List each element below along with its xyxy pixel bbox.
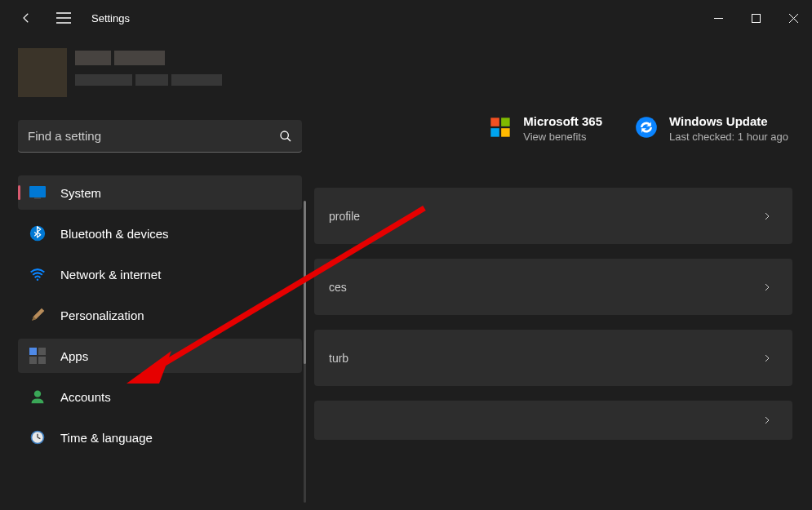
sidebar-item-label: Network & internet [60,268,161,282]
card-title: Windows Update [669,114,788,128]
svg-point-12 [37,278,39,281]
close-button[interactable] [774,0,812,36]
wifi-icon [29,266,46,282]
svg-line-8 [287,138,291,141]
user-name [75,51,165,65]
setting-row-label: turb [329,352,762,365]
svg-rect-10 [34,197,41,199]
search-input[interactable] [28,129,279,143]
sidebar-item-label: System [60,186,101,200]
svg-rect-15 [29,357,37,364]
svg-rect-25 [501,128,510,137]
minimize-button[interactable] [699,0,737,36]
user-avatar [18,48,67,97]
minimize-icon [714,14,723,23]
bluetooth-icon [29,225,46,242]
maximize-button[interactable] [737,0,774,36]
svg-rect-24 [491,128,500,137]
setting-row-label: ces [329,281,762,294]
card-text: Microsoft 365 View benefits [523,114,602,143]
close-icon [789,14,798,23]
setting-row[interactable]: turb [314,330,792,386]
system-icon [29,184,46,201]
sidebar-item-label: Bluetooth & devices [60,227,169,241]
clock-icon [29,429,46,446]
svg-point-17 [34,391,41,397]
card-subtitle: Last checked: 1 hour ago [669,131,788,143]
sidebar-item-system[interactable]: System [18,175,302,210]
sidebar-item-label: Personalization [60,308,144,322]
card-text: Windows Update Last checked: 1 hour ago [669,114,788,143]
app-title: Settings [91,12,130,24]
chevron-right-icon [762,282,772,292]
setting-row[interactable]: ces [314,259,792,315]
sidebar-item-personalization[interactable]: Personalization [18,298,302,332]
window-controls [699,0,812,36]
card-title: Microsoft 365 [523,114,602,128]
ms365-card[interactable]: Microsoft 365 View benefits [489,114,602,143]
sidebar-item-time-language[interactable]: Time & language [18,420,302,455]
chevron-right-icon [762,211,772,221]
windows-update-card[interactable]: Windows Update Last checked: 1 hour ago [635,114,788,143]
back-button[interactable] [16,8,36,28]
back-arrow-icon [19,11,33,25]
user-info [18,48,206,97]
update-icon [635,116,658,139]
setting-row-label: profile [329,210,762,223]
sidebar-item-accounts[interactable]: Accounts [18,379,302,414]
svg-point-7 [281,131,288,139]
chevron-right-icon [762,415,772,425]
setting-row[interactable]: profile [314,188,792,244]
svg-rect-23 [501,118,510,126]
sidebar-item-label: Accounts [60,390,111,404]
sidebar-item-label: Apps [60,349,88,363]
setting-row[interactable] [314,401,792,440]
search-icon [279,130,292,143]
svg-point-26 [636,117,657,138]
titlebar: Settings [0,0,812,36]
svg-rect-13 [29,348,37,355]
status-cards: Microsoft 365 View benefits Windows Upda… [314,114,792,143]
sidebar-scrollbar[interactable] [304,201,306,503]
apps-icon [29,348,46,364]
sidebar-item-bluetooth[interactable]: Bluetooth & devices [18,216,302,251]
svg-rect-14 [38,348,46,355]
hamburger-icon [56,12,71,24]
sidebar: System Bluetooth & devices Network & int… [18,175,302,455]
ms365-icon [489,116,512,139]
search-container[interactable] [18,120,302,153]
card-subtitle: View benefits [523,131,602,143]
svg-rect-22 [491,118,500,126]
svg-rect-4 [752,14,760,22]
menu-button[interactable] [54,8,73,28]
maximize-icon [752,14,761,23]
paintbrush-icon [29,307,46,323]
sidebar-item-network[interactable]: Network & internet [18,257,302,291]
content-area: Microsoft 365 View benefits Windows Upda… [314,114,792,455]
sidebar-item-label: Time & language [60,431,153,445]
svg-rect-16 [38,357,46,364]
svg-rect-9 [29,186,46,197]
user-email [75,74,222,86]
accounts-icon [29,388,46,405]
chevron-right-icon [762,353,772,363]
sidebar-item-apps[interactable]: Apps [18,339,302,373]
scrollbar-thumb[interactable] [304,201,306,364]
titlebar-left: Settings [16,8,699,28]
